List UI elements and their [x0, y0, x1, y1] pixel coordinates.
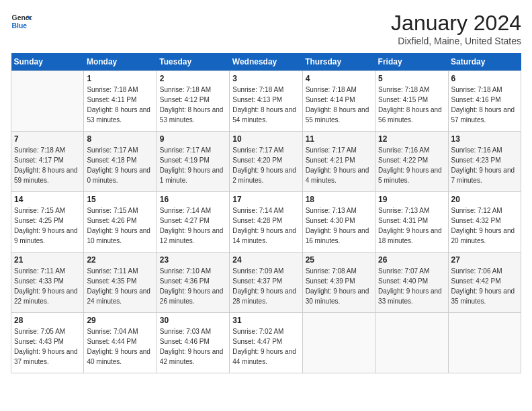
day-cell: 26Sunrise: 7:07 AMSunset: 4:40 PMDayligh…: [375, 253, 448, 313]
weekday-header-wednesday: Wednesday: [230, 53, 302, 71]
day-info: Sunrise: 7:04 AMSunset: 4:44 PMDaylight:…: [87, 326, 153, 367]
day-number: 23: [160, 255, 226, 265]
day-cell: 28Sunrise: 7:05 AMSunset: 4:43 PMDayligh…: [11, 313, 84, 373]
day-cell: 3Sunrise: 7:18 AMSunset: 4:13 PMDaylight…: [230, 71, 302, 132]
day-cell: 11Sunrise: 7:17 AMSunset: 4:21 PMDayligh…: [302, 132, 375, 192]
day-info: Sunrise: 7:18 AMSunset: 4:11 PMDaylight:…: [87, 85, 153, 125]
day-info: Sunrise: 7:07 AMSunset: 4:40 PMDaylight:…: [378, 266, 445, 306]
title-area: January 2024 Dixfield, Maine, United Sta…: [391, 11, 521, 46]
day-cell: 22Sunrise: 7:11 AMSunset: 4:35 PMDayligh…: [84, 253, 157, 313]
day-number: 11: [306, 134, 372, 144]
weekday-header-monday: Monday: [84, 53, 157, 71]
day-info: Sunrise: 7:14 AMSunset: 4:28 PMDaylight:…: [232, 205, 299, 246]
day-cell: 17Sunrise: 7:14 AMSunset: 4:28 PMDayligh…: [230, 192, 302, 253]
day-info: Sunrise: 7:10 AMSunset: 4:36 PMDaylight:…: [160, 266, 226, 306]
day-cell: 12Sunrise: 7:16 AMSunset: 4:22 PMDayligh…: [375, 132, 448, 192]
day-cell: 6Sunrise: 7:18 AMSunset: 4:16 PMDaylight…: [448, 71, 521, 132]
day-info: Sunrise: 7:17 AMSunset: 4:20 PMDaylight:…: [232, 145, 299, 185]
day-number: 20: [451, 195, 518, 204]
day-info: Sunrise: 7:15 AMSunset: 4:25 PMDaylight:…: [14, 205, 81, 246]
day-cell: 21Sunrise: 7:11 AMSunset: 4:33 PMDayligh…: [11, 253, 84, 313]
day-number: 24: [232, 255, 299, 265]
day-number: 16: [160, 195, 226, 204]
day-info: Sunrise: 7:02 AMSunset: 4:47 PMDaylight:…: [232, 326, 299, 367]
day-number: 13: [451, 134, 518, 144]
weekday-header-sunday: Sunday: [11, 53, 84, 71]
day-cell: [448, 313, 521, 373]
day-cell: 18Sunrise: 7:13 AMSunset: 4:30 PMDayligh…: [302, 192, 375, 253]
day-info: Sunrise: 7:09 AMSunset: 4:37 PMDaylight:…: [232, 266, 299, 306]
day-number: 19: [378, 195, 445, 204]
day-number: 30: [160, 316, 226, 325]
week-row-1: 1Sunrise: 7:18 AMSunset: 4:11 PMDaylight…: [11, 71, 521, 132]
location-title: Dixfield, Maine, United States: [391, 36, 521, 46]
day-number: 18: [306, 195, 372, 204]
day-cell: 31Sunrise: 7:02 AMSunset: 4:47 PMDayligh…: [230, 313, 302, 373]
day-number: 27: [451, 255, 518, 265]
week-row-5: 28Sunrise: 7:05 AMSunset: 4:43 PMDayligh…: [11, 313, 521, 373]
day-number: 31: [232, 316, 299, 325]
day-cell: 7Sunrise: 7:18 AMSunset: 4:17 PMDaylight…: [11, 132, 84, 192]
day-cell: [375, 313, 448, 373]
day-info: Sunrise: 7:18 AMSunset: 4:14 PMDaylight:…: [306, 85, 372, 125]
week-row-2: 7Sunrise: 7:18 AMSunset: 4:17 PMDaylight…: [11, 132, 521, 192]
day-info: Sunrise: 7:11 AMSunset: 4:35 PMDaylight:…: [87, 266, 153, 306]
logo-icon: General Blue: [11, 11, 32, 32]
day-cell: 4Sunrise: 7:18 AMSunset: 4:14 PMDaylight…: [302, 71, 375, 132]
week-row-3: 14Sunrise: 7:15 AMSunset: 4:25 PMDayligh…: [11, 192, 521, 253]
day-number: 25: [306, 255, 372, 265]
day-info: Sunrise: 7:17 AMSunset: 4:21 PMDaylight:…: [306, 145, 372, 185]
day-cell: 5Sunrise: 7:18 AMSunset: 4:15 PMDaylight…: [375, 71, 448, 132]
day-number: 22: [87, 255, 153, 265]
day-info: Sunrise: 7:18 AMSunset: 4:15 PMDaylight:…: [378, 85, 445, 125]
day-cell: 10Sunrise: 7:17 AMSunset: 4:20 PMDayligh…: [230, 132, 302, 192]
month-title: January 2024: [391, 11, 521, 36]
day-info: Sunrise: 7:15 AMSunset: 4:26 PMDaylight:…: [87, 205, 153, 246]
day-cell: 23Sunrise: 7:10 AMSunset: 4:36 PMDayligh…: [157, 253, 229, 313]
day-info: Sunrise: 7:17 AMSunset: 4:19 PMDaylight:…: [160, 145, 226, 185]
day-cell: 30Sunrise: 7:03 AMSunset: 4:46 PMDayligh…: [157, 313, 229, 373]
day-number: 5: [378, 74, 445, 83]
day-number: 28: [14, 316, 81, 325]
day-cell: 19Sunrise: 7:13 AMSunset: 4:31 PMDayligh…: [375, 192, 448, 253]
weekday-header-tuesday: Tuesday: [157, 53, 229, 71]
day-info: Sunrise: 7:17 AMSunset: 4:18 PMDaylight:…: [87, 145, 153, 185]
calendar-table: SundayMondayTuesdayWednesdayThursdayFrid…: [11, 53, 521, 373]
day-cell: 1Sunrise: 7:18 AMSunset: 4:11 PMDaylight…: [84, 71, 157, 132]
day-cell: 13Sunrise: 7:16 AMSunset: 4:23 PMDayligh…: [448, 132, 521, 192]
day-info: Sunrise: 7:08 AMSunset: 4:39 PMDaylight:…: [306, 266, 372, 306]
day-number: 29: [87, 316, 153, 325]
weekday-header-row: SundayMondayTuesdayWednesdayThursdayFrid…: [11, 53, 521, 71]
day-number: 7: [14, 134, 81, 144]
day-cell: 20Sunrise: 7:12 AMSunset: 4:32 PMDayligh…: [448, 192, 521, 253]
weekday-header-friday: Friday: [375, 53, 448, 71]
day-number: 3: [232, 74, 299, 83]
day-cell: 29Sunrise: 7:04 AMSunset: 4:44 PMDayligh…: [84, 313, 157, 373]
day-number: 1: [87, 74, 153, 83]
week-row-4: 21Sunrise: 7:11 AMSunset: 4:33 PMDayligh…: [11, 253, 521, 313]
day-number: 4: [306, 74, 372, 83]
day-cell: 8Sunrise: 7:17 AMSunset: 4:18 PMDaylight…: [84, 132, 157, 192]
day-number: 17: [232, 195, 299, 204]
day-number: 8: [87, 134, 153, 144]
day-number: 6: [451, 74, 518, 83]
day-info: Sunrise: 7:13 AMSunset: 4:31 PMDaylight:…: [378, 205, 445, 246]
logo: General Blue: [11, 11, 32, 32]
day-cell: 25Sunrise: 7:08 AMSunset: 4:39 PMDayligh…: [302, 253, 375, 313]
day-cell: 27Sunrise: 7:06 AMSunset: 4:42 PMDayligh…: [448, 253, 521, 313]
day-info: Sunrise: 7:11 AMSunset: 4:33 PMDaylight:…: [14, 266, 81, 306]
day-info: Sunrise: 7:12 AMSunset: 4:32 PMDaylight:…: [451, 205, 518, 246]
day-number: 15: [87, 195, 153, 204]
day-cell: 16Sunrise: 7:14 AMSunset: 4:27 PMDayligh…: [157, 192, 229, 253]
day-info: Sunrise: 7:06 AMSunset: 4:42 PMDaylight:…: [451, 266, 518, 306]
day-cell: [302, 313, 375, 373]
day-number: 2: [160, 74, 226, 83]
day-number: 14: [14, 195, 81, 204]
svg-text:Blue: Blue: [12, 22, 28, 30]
day-info: Sunrise: 7:18 AMSunset: 4:16 PMDaylight:…: [451, 85, 518, 125]
day-info: Sunrise: 7:03 AMSunset: 4:46 PMDaylight:…: [160, 326, 226, 367]
day-number: 21: [14, 255, 81, 265]
day-info: Sunrise: 7:18 AMSunset: 4:13 PMDaylight:…: [232, 85, 299, 125]
day-info: Sunrise: 7:16 AMSunset: 4:23 PMDaylight:…: [451, 145, 518, 185]
day-info: Sunrise: 7:16 AMSunset: 4:22 PMDaylight:…: [378, 145, 445, 185]
